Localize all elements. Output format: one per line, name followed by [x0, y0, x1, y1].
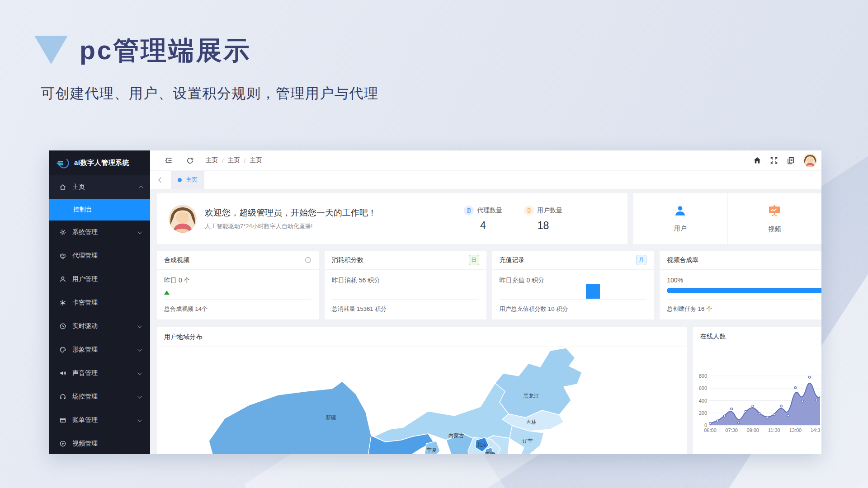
- sidebar-item-video[interactable]: 视频管理: [49, 432, 150, 454]
- month-toggle-badge[interactable]: 月: [636, 255, 646, 265]
- sidebar-item-voice[interactable]: 声音管理: [49, 361, 150, 385]
- sidebar-item-users[interactable]: 用户管理: [49, 267, 150, 291]
- sidebar-item-figure[interactable]: 形象管理: [49, 338, 150, 361]
- trend-up-icon: [164, 291, 170, 295]
- day-toggle-badge[interactable]: 日: [469, 255, 479, 265]
- svg-text:200: 200: [699, 410, 707, 416]
- avatar[interactable]: [803, 154, 817, 167]
- card-body-text: 昨日充值 0 积分: [500, 277, 545, 284]
- gear-icon: [59, 229, 67, 236]
- region-xinjiang: [209, 381, 371, 454]
- user-icon: [59, 276, 67, 283]
- bill-icon: [59, 417, 67, 424]
- card-recharge-record: 充值记录 月 昨日充值 0 积分 用户总充值积分数 10 积分: [492, 251, 654, 319]
- card-footer: 用户总充值积分数 10 积分: [500, 299, 647, 319]
- region-heilongjiang: [495, 348, 582, 418]
- breadcrumb-item[interactable]: 主页: [250, 156, 262, 164]
- chevron-down-icon: [137, 371, 142, 375]
- sidebar-item-cardkey[interactable]: 卡密管理: [49, 291, 150, 314]
- card-title: 视频合成率: [667, 256, 698, 264]
- headset-icon: [59, 393, 67, 400]
- brand-name: ai数字人管理系统: [74, 159, 129, 167]
- sidebar-item-realtime[interactable]: 实时驱动: [49, 314, 150, 338]
- svg-text:14:30: 14:30: [811, 427, 820, 433]
- map-label: 吉林: [526, 419, 537, 425]
- region-inner-mongolia: [374, 383, 512, 442]
- stat-label: 代理数量: [477, 206, 502, 215]
- chevron-down-icon: [137, 347, 142, 352]
- map-label: 北京: [477, 442, 487, 447]
- sidebar: ai数字人管理系统 主页 控制台 系统管理: [49, 150, 150, 454]
- svg-text:09:00: 09:00: [746, 427, 759, 433]
- chevron-down-icon: [137, 394, 142, 399]
- welcome-stats: 代理数量 4 用户数量 18: [464, 206, 562, 232]
- speaker-icon: [59, 370, 67, 377]
- svg-text:600: 600: [699, 385, 707, 391]
- tabbar: 主页: [150, 171, 821, 189]
- home-icon: [59, 183, 67, 191]
- user-list-icon: [524, 206, 534, 216]
- fullscreen-icon[interactable]: [770, 156, 778, 164]
- main-area: 主页 / 主页 / 主页: [150, 150, 821, 454]
- agent-doc-icon: [464, 206, 474, 216]
- palette-icon: [59, 346, 67, 353]
- online-users-chart: 020040060080006:0007:3009:0011:3013:0014…: [693, 346, 821, 452]
- dashboard-content: 欢迎您，超级管理员，开始您一天的工作吧！ 人工智能驱动7*24小时数字人自动化直…: [150, 189, 821, 454]
- stat-value: 4: [464, 220, 502, 232]
- tab-home[interactable]: 主页: [171, 171, 204, 189]
- chevron-down-icon: [137, 230, 142, 234]
- card-title: 合成视频: [164, 256, 189, 264]
- user-region-map-card: 用户地域分布: [157, 327, 687, 454]
- quick-item-videos[interactable]: 视频: [727, 193, 822, 244]
- title-triangle-icon: [34, 36, 68, 64]
- chevron-left-icon[interactable]: [158, 177, 164, 183]
- chevron-down-icon: [137, 418, 142, 422]
- recharge-bar: [586, 284, 600, 299]
- sidebar-item-billing[interactable]: 账单管理: [49, 408, 150, 432]
- card-footer: 总合成视频 14个: [164, 299, 311, 319]
- breadcrumb-item[interactable]: 主页: [206, 156, 218, 164]
- refresh-icon[interactable]: [186, 157, 194, 164]
- stat-value: 18: [524, 220, 562, 232]
- map-label: 宁夏: [427, 447, 437, 453]
- welcome-slogan: 人工智能驱动7*24小时数字人自动化直播!: [205, 222, 377, 230]
- card-footer: 总创建任务 16 个: [667, 299, 814, 319]
- card-title: 用户地域分布: [164, 333, 202, 341]
- topbar-actions: [753, 154, 817, 167]
- map-label: 辽宁: [523, 438, 533, 444]
- breadcrumb: 主页 / 主页 / 主页: [206, 156, 262, 164]
- quick-item-users[interactable]: 用户: [633, 193, 727, 244]
- card-body-text: 昨日消耗 56 积分: [332, 277, 380, 284]
- synth-rate-progress-bar: [667, 288, 821, 293]
- sidebar-item-home[interactable]: 主页: [49, 175, 150, 199]
- sidebar-item-agent[interactable]: 代理管理: [49, 244, 150, 267]
- fold-icon[interactable]: [165, 156, 173, 164]
- video-board-icon: [768, 204, 781, 220]
- svg-text:400: 400: [699, 398, 707, 404]
- dashboard-screenshot: ai数字人管理系统 主页 控制台 系统管理: [49, 150, 821, 454]
- page-title: pc管理端展示: [80, 33, 251, 68]
- stat-user-count: 用户数量 18: [524, 206, 562, 232]
- card-synth-rate: 视频合成率 100% 总创建任务 16 个: [660, 251, 821, 319]
- breadcrumb-item[interactable]: 主页: [228, 156, 240, 164]
- card-title: 在线人数: [700, 333, 726, 341]
- card-body-text: 昨日 0 个: [164, 277, 190, 284]
- sidebar-item-system[interactable]: 系统管理: [49, 221, 150, 244]
- card-body-text: 100%: [667, 277, 683, 284]
- card-points-consumed: 消耗积分数 日 昨日消耗 56 积分 总消耗量 15361 积分: [325, 251, 486, 319]
- quick-panel: 用户 视频: [633, 193, 821, 244]
- sidebar-item-scene[interactable]: 场控管理: [49, 385, 150, 408]
- chevron-down-icon: [137, 324, 142, 328]
- document-copy-icon[interactable]: [787, 156, 795, 164]
- welcome-card: 欢迎您，超级管理员，开始您一天的工作吧！ 人工智能驱动7*24小时数字人自动化直…: [157, 193, 627, 244]
- info-icon[interactable]: [305, 257, 311, 263]
- brand: ai数字人管理系统: [49, 150, 150, 175]
- sidebar-item-console[interactable]: 控制台: [49, 199, 150, 221]
- map-label: 新疆: [326, 415, 337, 420]
- home-icon[interactable]: [753, 156, 761, 164]
- welcome-greeting: 欢迎您，超级管理员，开始您一天的工作吧！: [205, 207, 377, 219]
- stat-label: 用户数量: [537, 206, 562, 215]
- tab-active-dot: [178, 178, 182, 182]
- map-label: 黑龙江: [524, 393, 539, 399]
- card-title: 充值记录: [500, 256, 525, 264]
